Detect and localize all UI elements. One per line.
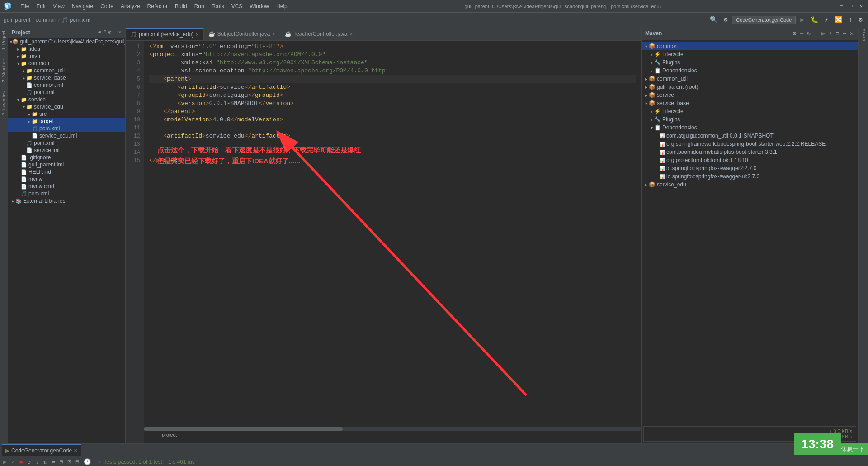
bottom-tab-run[interactable]: ▶ CodeGenerator.genCode ✕	[2, 444, 81, 456]
expand-all-icon[interactable]: ⊞	[58, 457, 65, 466]
tree-item-service-iml[interactable]: 📄 service.iml	[8, 147, 125, 154]
rerun-icon[interactable]: ↺	[26, 457, 32, 466]
sidebar-sort-icon[interactable]: ≡	[103, 29, 106, 36]
menu-file[interactable]: File	[20, 3, 29, 10]
tree-item-src[interactable]: ▸ 📁 src	[8, 110, 125, 118]
sidebar-settings-icon[interactable]: ⚙	[108, 29, 111, 36]
expand-service[interactable]: ▾	[15, 97, 21, 102]
close-button[interactable]: ✕	[858, 3, 864, 10]
maven-dep-6[interactable]: 📊 io.springfox:springfox-swagger-ui:2.7.…	[642, 172, 858, 181]
favorites-tab-label[interactable]: 2: Favorites	[1, 91, 6, 115]
sidebar-close-icon[interactable]: ✕	[118, 29, 122, 36]
menu-vcs[interactable]: VCS	[231, 3, 243, 10]
maven-expand-lifecycle1[interactable]: ▸	[649, 52, 654, 57]
maven-settings-icon[interactable]: ⚙	[792, 29, 797, 38]
menu-run[interactable]: Run	[194, 3, 204, 10]
tree-item-target[interactable]: ▸ 📁 target	[8, 118, 125, 125]
tab-close-pom[interactable]: ✕	[195, 32, 199, 37]
tree-item-mvn[interactable]: ▸ 📁 .mvn	[8, 52, 125, 60]
maven-item-sb-plugins[interactable]: ▸ 🔧 Plugins	[642, 115, 858, 124]
scrollbar-thumb[interactable]	[144, 427, 343, 431]
maven-expand-deps1[interactable]: ▸	[649, 68, 654, 73]
maven-expand-sb-plugins[interactable]: ▸	[649, 117, 654, 122]
breadcrumb-root[interactable]: guli_parent	[4, 17, 30, 23]
maven-expand-service[interactable]: ▸	[643, 93, 649, 98]
tree-item-common-util[interactable]: ▸ 📁 common_util	[8, 67, 125, 74]
tree-item-service-edu[interactable]: ▾ 📁 service_edu	[8, 103, 125, 110]
maven-right-tab[interactable]: Maven	[860, 27, 867, 43]
expand-idea[interactable]: ▸	[15, 47, 21, 52]
project-tab-label[interactable]: 1: Project	[1, 31, 6, 50]
maven-more-icon[interactable]: ⋯	[842, 29, 847, 38]
settings-icon[interactable]: ⚙	[722, 15, 729, 24]
menu-tools[interactable]: Tools	[212, 3, 224, 10]
menu-code[interactable]: Code	[100, 3, 113, 10]
maven-dep-1[interactable]: 📊 com.atguigu:common_util:0.0.1-SNAPSHOT	[642, 132, 858, 140]
expand-service-base[interactable]: ▸	[21, 76, 26, 81]
sort-icon[interactable]: ↕	[34, 458, 40, 466]
maven-expand-service-edu[interactable]: ▸	[643, 182, 649, 187]
sidebar-minimize-icon[interactable]: ─	[113, 29, 117, 36]
tree-item-common-iml[interactable]: 📄 common.iml	[8, 81, 125, 89]
maven-item-sb-deps[interactable]: ▾ 📋 Dependencies	[642, 124, 858, 132]
run-button[interactable]: ▶	[798, 15, 806, 24]
maven-expand-common-util[interactable]: ▸	[643, 76, 649, 81]
menu-view[interactable]: View	[53, 3, 65, 10]
maven-item-service-edu[interactable]: ▸ 📦 service_edu	[642, 181, 858, 189]
maven-item-common-util[interactable]: ▸ 📦 common_util	[642, 75, 858, 83]
code-editor[interactable]: <?xml version="1.0" encoding="UTF-8"?> <…	[144, 41, 641, 443]
maven-run-icon[interactable]: ▶	[821, 29, 826, 38]
maven-item-common[interactable]: ▾ 📦 common	[642, 42, 858, 50]
sidebar-gear-icon[interactable]: ⊕	[98, 29, 101, 36]
expand-target[interactable]: ▸	[26, 119, 32, 124]
tab-close-teacher[interactable]: ✕	[349, 32, 353, 37]
sort2-icon[interactable]: ⇅	[42, 457, 48, 466]
tree-item-common-pom[interactable]: 🎵 pom.xml	[8, 89, 125, 96]
maximize-button[interactable]: □	[848, 3, 854, 10]
maven-item-sb-lifecycle[interactable]: ▸ ⚡ Lifecycle	[642, 107, 858, 115]
maven-dep-2[interactable]: 📊 org.springframework.boot:spring-boot-s…	[642, 140, 858, 148]
menu-build[interactable]: Build	[175, 3, 187, 10]
tree-item-guli-parent[interactable]: ▾ 📦 guli_parent C:\Users\jklw4\IdeaProje…	[8, 38, 125, 45]
maven-item-common-lifecycle[interactable]: ▸ ⚡ Lifecycle	[642, 50, 858, 58]
maven-item-guli-parent[interactable]: ▸ 📦 guli_parent (root)	[642, 83, 858, 91]
horizontal-scrollbar[interactable]	[144, 427, 641, 431]
tree-item-mvnw[interactable]: 📄 mvnw	[8, 176, 125, 183]
tab-subject-controller[interactable]: ☕ SubjectController.java ✕	[204, 28, 280, 40]
tab-close-subject[interactable]: ✕	[272, 32, 275, 37]
tree-item-root-pom[interactable]: 🎵 pom.xml	[8, 190, 125, 197]
expand-common[interactable]: ▾	[15, 61, 21, 66]
maven-expand-plugins1[interactable]: ▸	[649, 60, 654, 65]
clock-label[interactable]: 休息一下	[837, 443, 868, 455]
menu-window[interactable]: Window	[250, 3, 269, 10]
maven-minimize-icon[interactable]: ─	[799, 29, 804, 38]
maven-dep-5[interactable]: 📊 io.springfox:springfox-swagger2:2.7.0	[642, 164, 858, 172]
maven-expand-common[interactable]: ▾	[643, 44, 649, 49]
collapse-icon[interactable]: ≡	[50, 458, 57, 466]
maven-item-service-base[interactable]: ▾ 📦 service_base	[642, 99, 858, 107]
tree-item-service[interactable]: ▾ 📁 service	[8, 96, 125, 103]
maven-dep-3[interactable]: 📊 com.baomidou:mybatis-plus-boot-starter…	[642, 148, 858, 156]
git-icon[interactable]: ↑	[847, 15, 854, 24]
maven-dep-4[interactable]: 📊 org.projectlombok:lombok:1.18.10	[642, 156, 858, 164]
maven-refresh-icon[interactable]: ↻	[806, 29, 811, 38]
tree-item-gitignore[interactable]: 📄 .gitignore	[8, 154, 125, 161]
tree-item-ext-libs[interactable]: ▸ 📚 External Libraries	[8, 197, 125, 204]
expand-mvn[interactable]: ▸	[15, 54, 21, 59]
config-icon[interactable]: ⊟	[74, 457, 80, 466]
maven-download-icon[interactable]: ⬇	[828, 29, 833, 38]
tree-item-mvnw-cmd[interactable]: 📄 mvnw.cmd	[8, 183, 125, 190]
debug-button[interactable]: 🐛	[809, 15, 820, 24]
minimize-button[interactable]: ─	[838, 3, 844, 10]
maven-collapse-icon[interactable]: ≡	[835, 29, 840, 38]
maven-item-common-plugins[interactable]: ▸ 🔧 Plugins	[642, 58, 858, 67]
run-again-icon[interactable]: ▶	[2, 457, 8, 466]
menu-navigate[interactable]: Navigate	[72, 3, 93, 10]
menu-refactor[interactable]: Refactor	[147, 3, 168, 10]
tree-item-service-edu-pom[interactable]: 🎵 pom.xml	[8, 125, 125, 132]
menu-help[interactable]: Help	[276, 3, 288, 10]
tree-item-service-base[interactable]: ▸ 📁 service_base	[8, 74, 125, 81]
tab-teacher-controller[interactable]: ☕ TeacherController.java ✕	[280, 28, 358, 40]
maven-expand-guli-parent[interactable]: ▸	[643, 85, 649, 90]
test-check-icon[interactable]: ✓	[10, 457, 16, 466]
